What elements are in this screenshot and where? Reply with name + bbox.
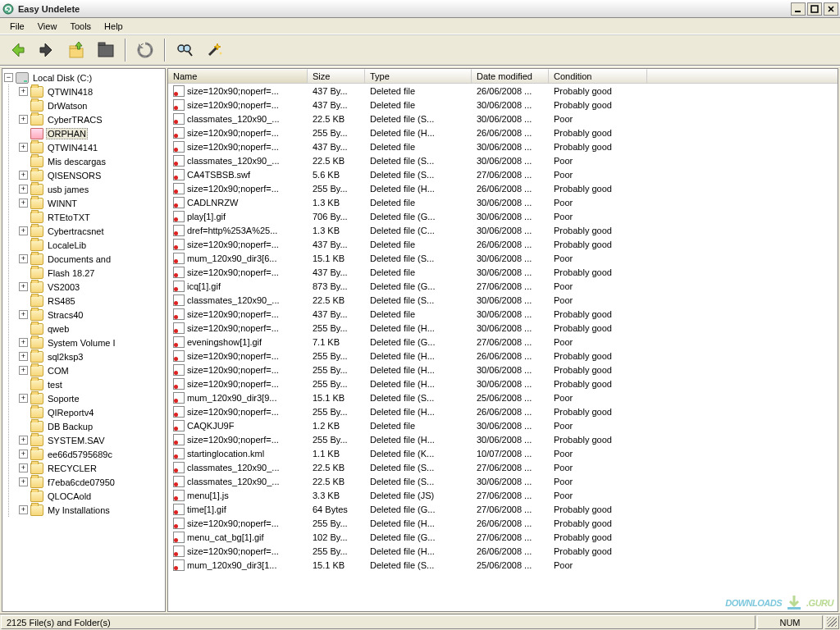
file-row[interactable]: size=120x90;noperf=...255 By...Deleted f… — [168, 126, 838, 139]
file-row[interactable]: size=120x90;noperf=...255 By...Deleted f… — [168, 516, 838, 530]
tree-item[interactable]: +QTWIN418 — [17, 84, 165, 98]
resize-grip[interactable] — [824, 615, 839, 629]
file-row[interactable]: mum_120x90_dir3[6...15.1 KBDeleted file … — [168, 251, 838, 265]
tree-item[interactable]: +usb james — [17, 182, 165, 196]
folder-tree[interactable]: − Local Disk (C:) +QTWIN418DrWatson+Cybe… — [2, 68, 166, 612]
expander-icon[interactable]: + — [19, 226, 28, 235]
tree-item[interactable]: DB Backup — [17, 419, 165, 433]
file-row[interactable]: classmates_120x90_...22.5 KBDeleted file… — [168, 474, 838, 488]
file-row[interactable]: classmates_120x90_...22.5 KBDeleted file… — [168, 460, 838, 474]
file-row[interactable]: size=120x90;noperf=...255 By...Deleted f… — [168, 544, 838, 558]
tree-item[interactable]: +RECYCLER — [17, 461, 165, 475]
tree-item[interactable]: QLOCAold — [17, 489, 165, 503]
maximize-button[interactable] — [807, 2, 822, 16]
expander-icon[interactable]: + — [19, 143, 28, 152]
tree-item[interactable]: +Documents and — [17, 252, 165, 266]
expander-icon[interactable]: + — [19, 87, 28, 96]
tree-root-item[interactable]: − Local Disk (C:) — [2, 71, 165, 84]
expander-icon[interactable]: + — [19, 185, 28, 194]
tree-item[interactable]: +SYSTEM.SAV — [17, 433, 165, 447]
file-row[interactable]: size=120x90;noperf=...437 By...Deleted f… — [168, 307, 838, 321]
file-row[interactable]: icq[1].gif873 By...Deleted file (G...27/… — [168, 279, 838, 293]
file-row[interactable]: menu[1].js3.3 KBDeleted file (JS)27/06/2… — [168, 488, 838, 502]
file-row[interactable]: size=120x90;noperf=...437 By...Deleted f… — [168, 265, 838, 279]
file-row[interactable]: size=120x90;noperf=...255 By...Deleted f… — [168, 321, 838, 335]
expander-icon[interactable]: + — [19, 463, 28, 472]
file-row[interactable]: size=120x90;noperf=...255 By...Deleted f… — [168, 432, 838, 446]
tree-item[interactable]: +My Installations — [17, 503, 165, 517]
tree-item[interactable]: +CyberTRACS — [17, 112, 165, 126]
expander-icon[interactable]: − — [4, 73, 13, 82]
expander-icon[interactable]: + — [19, 171, 28, 180]
expander-icon[interactable]: + — [19, 352, 28, 361]
tree-item[interactable]: +WINNT — [17, 196, 165, 210]
tree-item[interactable]: Mis descargas — [17, 154, 165, 168]
file-row[interactable]: dref=http%253A%25...1.3 KBDeleted file (… — [168, 223, 838, 237]
file-row[interactable]: CAQKJU9F1.2 KBDeleted file30/06/2008 ...… — [168, 418, 838, 432]
expander-icon[interactable]: + — [19, 450, 28, 459]
column-header[interactable]: Condition — [549, 69, 647, 83]
expander-icon[interactable]: + — [19, 366, 28, 375]
refresh-button[interactable] — [133, 38, 158, 62]
tree-item[interactable]: LocaleLib — [17, 238, 165, 252]
file-row[interactable]: CA4TSBSB.swf5.6 KBDeleted file (S...27/0… — [168, 167, 838, 181]
file-row[interactable]: size=120x90;noperf=...437 By...Deleted f… — [168, 84, 838, 98]
tree-item[interactable]: QIReportv4 — [17, 405, 165, 419]
tree-item[interactable]: +QTWIN4141 — [17, 140, 165, 154]
file-row[interactable]: menu_cat_bg[1].gif102 By...Deleted file … — [168, 530, 838, 544]
expander-icon[interactable]: + — [19, 394, 28, 403]
tree-item[interactable]: +QISENSORS — [17, 168, 165, 182]
tree-item[interactable]: RS485 — [17, 294, 165, 308]
search-button[interactable] — [172, 38, 197, 62]
file-row[interactable]: CADLNRZW1.3 KBDeleted file30/06/2008 ...… — [168, 195, 838, 209]
tree-item[interactable]: Flash 18.27 — [17, 266, 165, 280]
tree-item[interactable]: +sql2ksp3 — [17, 349, 165, 363]
file-row[interactable]: classmates_120x90_...22.5 KBDeleted file… — [168, 112, 838, 126]
tree-item[interactable]: qweb — [17, 322, 165, 336]
file-row[interactable]: size=120x90;noperf=...255 By...Deleted f… — [168, 349, 838, 363]
tree-item[interactable]: +Soporte — [17, 391, 165, 405]
expander-icon[interactable]: + — [19, 115, 28, 124]
file-row[interactable]: size=120x90;noperf=...437 By...Deleted f… — [168, 139, 838, 153]
tree-item[interactable]: +System Volume I — [17, 336, 165, 349]
file-row[interactable]: size=120x90;noperf=...437 By...Deleted f… — [168, 98, 838, 112]
column-header[interactable]: Size — [308, 69, 365, 83]
minimize-button[interactable] — [791, 2, 806, 16]
expander-icon[interactable]: + — [19, 199, 28, 208]
column-header[interactable]: Date modified — [472, 69, 549, 83]
forward-button[interactable] — [34, 38, 59, 62]
file-row[interactable]: time[1].gif64 BytesDeleted file (G...27/… — [168, 502, 838, 516]
wizard-button[interactable] — [202, 38, 226, 62]
close-button[interactable] — [824, 2, 838, 16]
expander-icon[interactable]: + — [19, 436, 28, 445]
file-row[interactable]: mum_120x90_dir3[1...15.1 KBDeleted file … — [168, 558, 838, 572]
tree-item[interactable]: RTEtoTXT — [17, 210, 165, 224]
file-row[interactable]: size=120x90;noperf=...255 By...Deleted f… — [168, 377, 838, 390]
folder-button[interactable] — [94, 38, 118, 62]
expander-icon[interactable]: + — [19, 254, 28, 263]
file-row[interactable]: mum_120x90_dir3[9...15.1 KBDeleted file … — [168, 390, 838, 404]
file-row[interactable]: classmates_120x90_...22.5 KBDeleted file… — [168, 153, 838, 167]
menu-tools[interactable]: Tools — [63, 20, 98, 33]
expander-icon[interactable]: + — [19, 477, 28, 486]
menu-file[interactable]: File — [3, 20, 31, 33]
back-button[interactable] — [5, 38, 30, 62]
column-header[interactable]: Type — [365, 69, 472, 83]
expander-icon[interactable]: + — [19, 338, 28, 347]
tree-item[interactable]: +COM — [17, 363, 165, 377]
file-row[interactable]: size=120x90;noperf=...255 By...Deleted f… — [168, 404, 838, 418]
up-button[interactable] — [64, 38, 89, 62]
tree-item[interactable]: test — [17, 377, 165, 391]
file-row[interactable]: play[1].gif706 By...Deleted file (G...30… — [168, 209, 838, 223]
file-row[interactable]: size=120x90;noperf=...255 By...Deleted f… — [168, 363, 838, 377]
file-row[interactable]: size=120x90;noperf=...255 By...Deleted f… — [168, 181, 838, 195]
tree-item[interactable]: +Cybertracsnet — [17, 224, 165, 238]
tree-item[interactable]: +VS2003 — [17, 280, 165, 294]
tree-item[interactable]: +ee66d5795689c — [17, 447, 165, 461]
tree-item[interactable]: +f7eba6cde07950 — [17, 475, 165, 489]
expander-icon[interactable]: + — [19, 310, 28, 319]
list-body[interactable]: size=120x90;noperf=...437 By...Deleted f… — [168, 84, 838, 611]
menu-help[interactable]: Help — [98, 20, 130, 33]
menu-view[interactable]: View — [31, 20, 64, 33]
expander-icon[interactable]: + — [19, 505, 28, 514]
